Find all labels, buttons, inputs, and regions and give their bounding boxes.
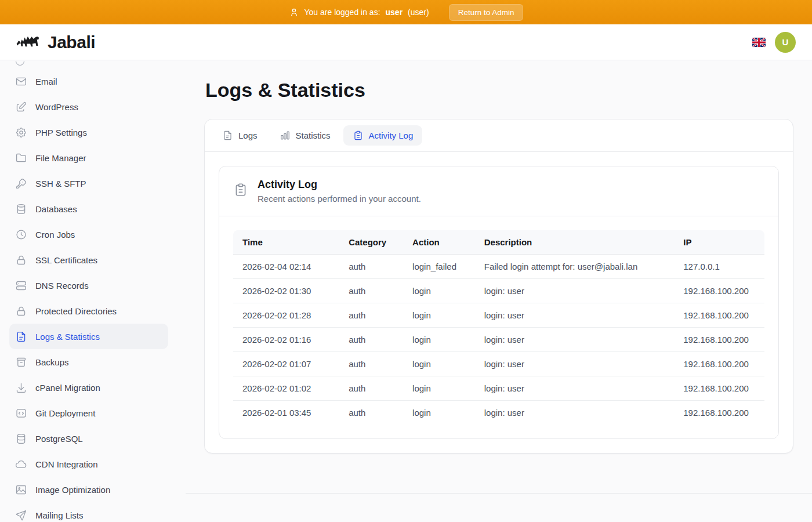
table-cell: login <box>403 401 475 425</box>
sidebar-item-cpanel-migration[interactable]: cPanel Migration <box>9 375 168 400</box>
table-cell: 2026-02-04 02:14 <box>233 255 339 279</box>
sidebar-item-label: DNS Records <box>35 281 89 291</box>
table-cell: login <box>403 303 475 328</box>
table-cell: 2026-02-01 03:45 <box>233 401 339 425</box>
lock-icon <box>15 305 27 317</box>
table-cell: 192.168.100.200 <box>674 401 764 425</box>
table-cell: login_failed <box>403 255 475 279</box>
sidebar-item-label: cPanel Migration <box>35 383 100 393</box>
sidebar-item-wordpress[interactable]: WordPress <box>9 94 168 119</box>
sidebar-item-dns-records[interactable]: DNS Records <box>9 273 168 298</box>
return-to-admin-button[interactable]: Return to Admin <box>449 4 524 21</box>
sidebar-item-email[interactable]: Email <box>9 68 168 94</box>
table-cell: auth <box>339 255 403 279</box>
sidebar-item-label: Databases <box>35 204 77 214</box>
pencil-icon <box>15 101 27 113</box>
sidebar-item-ssl-certificates[interactable]: SSL Certificates <box>9 247 168 273</box>
tab-label: Statistics <box>296 130 331 140</box>
table-cell: login: user <box>475 376 675 401</box>
table-cell: 192.168.100.200 <box>674 328 764 352</box>
table-row: 2026-02-02 01:02authloginlogin: user192.… <box>233 376 764 401</box>
database-icon <box>15 203 27 215</box>
sidebar-item-postgresql[interactable]: PostgreSQL <box>9 426 168 451</box>
panel-subtitle: Recent actions performed in your account… <box>258 194 421 204</box>
database-icon <box>15 433 27 445</box>
brand-name: Jabali <box>48 32 95 52</box>
sidebar-nav: EmailWordPressPHP SettingsFile ManagerSS… <box>0 60 186 522</box>
key-icon <box>15 177 27 190</box>
table-cell: login <box>403 328 475 352</box>
clock-icon <box>15 229 27 241</box>
chart-bars-icon <box>280 130 291 141</box>
table-cell: 2026-02-02 01:28 <box>233 303 339 328</box>
table-cell: 192.168.100.200 <box>674 303 764 328</box>
sidebar-item-label: SSL Certificates <box>35 255 97 265</box>
tab-statistics[interactable]: Statistics <box>270 125 340 146</box>
table-cell: auth <box>339 376 403 401</box>
sidebar-item-image-optimization[interactable]: Image Optimization <box>9 477 168 502</box>
user-avatar[interactable]: U <box>775 32 796 53</box>
sidebar-item-logs-statistics[interactable]: Logs & Statistics <box>9 324 168 349</box>
sidebar-item-file-manager[interactable]: File Manager <box>9 145 168 171</box>
sidebar-item-ssh-sftp[interactable]: SSH & SFTP <box>9 171 168 196</box>
table-row: 2026-02-01 03:45authloginlogin: user192.… <box>233 401 764 425</box>
table-cell: 127.0.0.1 <box>674 255 764 279</box>
sidebar-item-label: Image Optimization <box>35 485 110 495</box>
code-icon <box>15 407 27 419</box>
sidebar-item-label: PHP Settings <box>35 128 87 137</box>
table-cell: 2026-02-02 01:07 <box>233 352 339 376</box>
mail-icon <box>15 75 27 88</box>
table-cell: login: user <box>475 303 675 328</box>
column-header-action: Action <box>403 230 475 255</box>
sidebar-item-protected-directories[interactable]: Protected Directories <box>9 298 168 324</box>
sidebar-item-label: WordPress <box>35 102 78 112</box>
sidebar-item-label: Backups <box>35 357 69 367</box>
table-cell: 192.168.100.200 <box>674 279 764 303</box>
admin-impersonation-bar: You are logged in as: user (user) Return… <box>0 0 812 24</box>
page-title: Logs & Statistics <box>205 79 793 102</box>
table-cell: 2026-02-02 01:30 <box>233 279 339 303</box>
column-header-category: Category <box>339 230 403 255</box>
logged-in-as: You are logged in as: user (user) <box>289 7 429 17</box>
panel-title: Activity Log <box>258 179 421 191</box>
file-text-icon <box>15 331 27 343</box>
tab-activity-log[interactable]: Activity Log <box>343 125 423 146</box>
user-icon <box>289 7 299 17</box>
table-row: 2026-02-04 02:14authlogin_failedFailed l… <box>233 255 764 279</box>
sidebar-item-label: File Manager <box>35 153 86 163</box>
table-cell: auth <box>339 279 403 303</box>
column-header-description: Description <box>475 230 675 255</box>
table-cell: 2026-02-02 01:16 <box>233 328 339 352</box>
sidebar-item-label: Git Deployment <box>35 408 95 418</box>
table-cell: login: user <box>475 279 675 303</box>
activity-log-table: TimeCategoryActionDescriptionIP 2026-02-… <box>233 230 764 425</box>
column-header-time: Time <box>233 230 339 255</box>
sidebar-item-label: Protected Directories <box>35 306 117 316</box>
sidebar-item-cron-jobs[interactable]: Cron Jobs <box>9 222 168 247</box>
logs-statistics-card: LogsStatisticsActivity Log Activity Lo <box>204 119 793 454</box>
archive-icon <box>15 356 27 368</box>
table-cell: Failed login attempt for: user@jabali.la… <box>475 255 675 279</box>
table-row: 2026-02-02 01:16authloginlogin: user192.… <box>233 328 764 352</box>
sidebar-item-mailing-lists[interactable]: Mailing Lists <box>9 502 168 522</box>
folder-icon <box>15 152 27 164</box>
photo-icon <box>15 484 27 496</box>
clipped-sidebar-icon <box>16 61 24 66</box>
sidebar-item-databases[interactable]: Databases <box>9 196 168 222</box>
logged-in-text: You are logged in as: <box>304 8 380 17</box>
clipboard-list-icon <box>353 130 364 141</box>
sidebar-item-php-settings[interactable]: PHP Settings <box>9 119 168 145</box>
brand-logo[interactable]: Jabali <box>16 32 95 52</box>
sidebar-item-git-deployment[interactable]: Git Deployment <box>9 400 168 426</box>
file-text-icon <box>222 130 233 141</box>
language-flag-uk-icon[interactable] <box>752 38 766 47</box>
sidebar-item-backups[interactable]: Backups <box>9 349 168 375</box>
tab-logs[interactable]: Logs <box>213 125 267 146</box>
tab-label: Activity Log <box>369 130 414 140</box>
tab-label: Logs <box>238 130 258 140</box>
boar-logo-icon <box>16 32 43 52</box>
table-cell: 2026-02-02 01:02 <box>233 376 339 401</box>
table-row: 2026-02-02 01:30authloginlogin: user192.… <box>233 279 764 303</box>
sidebar-item-cdn-integration[interactable]: CDN Integration <box>9 451 168 477</box>
sidebar-item-label: Cron Jobs <box>35 230 75 240</box>
